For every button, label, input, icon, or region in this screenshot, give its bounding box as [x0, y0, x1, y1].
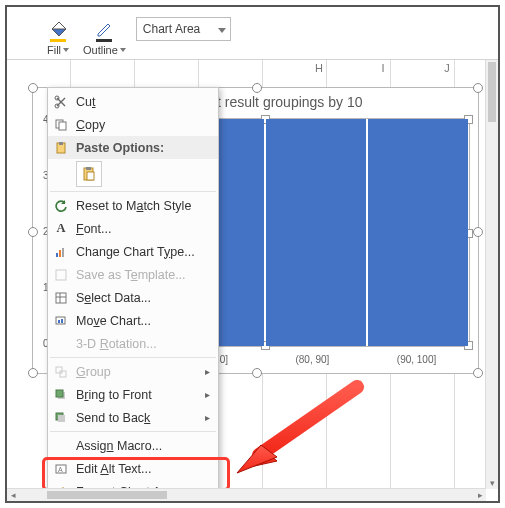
menu-label: 3-D Rotation... — [76, 337, 157, 351]
paste-icon — [52, 141, 70, 155]
context-menu: Cut Copy Paste Options: Reset to Match S… — [47, 87, 219, 503]
save-template-icon — [52, 268, 70, 282]
menu-group: Group — [48, 360, 218, 383]
outline-label: Outline — [83, 43, 118, 57]
menu-label: Send to Back — [76, 411, 150, 425]
menu-label: Paste Options: — [76, 141, 164, 155]
menu-move-chart[interactable]: Move Chart... — [48, 309, 218, 332]
menu-font[interactable]: A Font... — [48, 217, 218, 240]
menu-label: Change Chart Type... — [76, 245, 195, 259]
shape-outline-button[interactable]: Outline — [79, 7, 130, 57]
move-chart-icon — [52, 314, 70, 328]
svg-rect-13 — [62, 248, 64, 257]
fill-label: Fill — [47, 43, 61, 57]
resize-handle[interactable] — [473, 368, 483, 378]
outline-pen-icon — [93, 17, 115, 43]
svg-rect-0 — [50, 39, 66, 42]
menu-select-data[interactable]: Select Data... — [48, 286, 218, 309]
menu-label: Save as Template... — [76, 268, 186, 282]
menu-label: Copy — [76, 118, 105, 132]
menu-assign-macro[interactable]: Assign Macro... — [48, 434, 218, 457]
svg-text:A: A — [58, 466, 63, 473]
paste-option-button[interactable] — [76, 161, 102, 187]
resize-handle[interactable] — [252, 83, 262, 93]
svg-rect-18 — [56, 317, 65, 324]
bar[interactable] — [266, 119, 366, 346]
send-back-icon — [52, 411, 70, 425]
paint-bucket-icon — [47, 17, 69, 43]
menu-bring-to-front[interactable]: Bring to Front — [48, 383, 218, 406]
shape-fill-button[interactable]: Fill — [37, 7, 79, 57]
menu-save-template: Save as Template... — [48, 263, 218, 286]
menu-edit-alt-text[interactable]: A Edit Alt Text... — [48, 457, 218, 480]
svg-rect-20 — [61, 319, 63, 323]
menu-send-to-back[interactable]: Send to Back — [48, 406, 218, 429]
bar[interactable] — [368, 119, 468, 346]
paste-options-row — [48, 159, 218, 189]
menu-label: Select Data... — [76, 291, 151, 305]
svg-rect-1 — [96, 39, 112, 42]
scrollbar-thumb[interactable] — [47, 491, 167, 499]
resize-handle[interactable] — [252, 368, 262, 378]
chevron-down-icon — [218, 22, 226, 36]
svg-rect-19 — [58, 320, 60, 323]
scroll-right-button[interactable]: ▸ — [474, 489, 486, 501]
svg-rect-5 — [59, 122, 66, 130]
resize-handle[interactable] — [28, 368, 38, 378]
svg-rect-22 — [60, 371, 66, 377]
svg-rect-9 — [86, 167, 91, 170]
clipboard-icon — [81, 166, 97, 182]
menu-reset-style[interactable]: Reset to Match Style — [48, 194, 218, 217]
menu-cut[interactable]: Cut — [48, 90, 218, 113]
menu-label: Bring to Front — [76, 388, 152, 402]
menu-paste-options-heading: Paste Options: — [48, 136, 218, 159]
resize-handle[interactable] — [473, 227, 483, 237]
horizontal-scrollbar[interactable]: ◂ ▸ — [7, 488, 486, 501]
svg-rect-15 — [56, 293, 66, 303]
copy-icon — [52, 118, 70, 132]
svg-rect-12 — [59, 250, 61, 257]
reset-icon — [52, 199, 70, 213]
menu-label: Reset to Match Style — [76, 199, 191, 213]
svg-rect-7 — [59, 142, 63, 145]
svg-rect-11 — [56, 253, 58, 257]
group-icon — [52, 365, 70, 379]
svg-rect-10 — [87, 172, 94, 180]
menu-copy[interactable]: Copy — [48, 113, 218, 136]
chevron-down-icon — [120, 48, 126, 52]
svg-rect-21 — [56, 367, 62, 373]
menu-label: Cut — [76, 95, 95, 109]
menu-label: Edit Alt Text... — [76, 462, 152, 476]
scroll-down-button[interactable]: ▾ — [486, 477, 498, 489]
alt-text-icon: A — [52, 462, 70, 476]
chart-type-icon — [52, 245, 70, 259]
chart-element-selector-text: Chart Area — [143, 22, 200, 36]
resize-handle[interactable] — [473, 83, 483, 93]
vertical-scrollbar[interactable]: ▴ ▾ — [485, 60, 498, 489]
scroll-left-button[interactable]: ◂ — [7, 489, 19, 501]
scrollbar-thumb[interactable] — [488, 62, 496, 122]
svg-rect-24 — [56, 390, 63, 397]
menu-3d-rotation: 3-D Rotation... — [48, 332, 218, 355]
menu-label: Assign Macro... — [76, 439, 162, 453]
menu-label: Group — [76, 365, 111, 379]
format-toolbar: Fill Outline Chart Area — [7, 7, 498, 60]
chevron-down-icon — [63, 48, 69, 52]
svg-rect-26 — [58, 415, 65, 422]
menu-change-chart-type[interactable]: Change Chart Type... — [48, 240, 218, 263]
svg-rect-14 — [56, 270, 66, 280]
menu-label: Move Chart... — [76, 314, 151, 328]
cut-icon — [52, 95, 70, 109]
menu-label: Font... — [76, 222, 111, 236]
chart-element-selector[interactable]: Chart Area — [136, 17, 231, 41]
bring-front-icon — [52, 388, 70, 402]
select-data-icon — [52, 291, 70, 305]
font-icon: A — [52, 221, 70, 236]
resize-handle[interactable] — [28, 83, 38, 93]
